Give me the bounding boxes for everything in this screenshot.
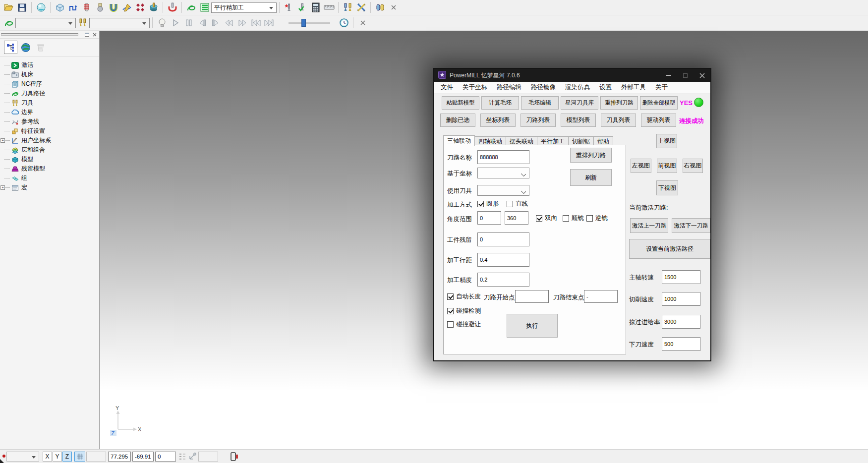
plunge-feed-input[interactable]	[662, 337, 700, 351]
coord-list-button[interactable]: 坐标列表	[480, 114, 516, 127]
rearrange-button[interactable]: 重排列刀路	[570, 148, 612, 163]
toolpath-icon[interactable]	[184, 1, 198, 14]
menu-file[interactable]: 文件	[441, 83, 453, 92]
menu-settings[interactable]: 设置	[599, 83, 612, 92]
sim-toolpath-select[interactable]	[15, 18, 76, 28]
menu-render-sim[interactable]: 渲染仿真	[565, 83, 590, 92]
expand-icon[interactable]	[0, 185, 5, 190]
close-icon[interactable]	[387, 1, 400, 14]
stock-model-icon[interactable]	[373, 1, 387, 14]
calculator-icon[interactable]	[309, 1, 322, 14]
bidirectional-checkbox[interactable]: 双向	[536, 214, 557, 223]
toolpath-list-button[interactable]: 刀路列表	[521, 114, 556, 127]
go-end-icon[interactable]	[262, 16, 276, 29]
axis-z-button[interactable]: Z	[62, 452, 72, 462]
minimize-button[interactable]	[660, 69, 677, 82]
collision-check-icon[interactable]	[166, 1, 179, 14]
clock-icon[interactable]	[337, 16, 350, 29]
climb-mill-checkbox[interactable]: 顺铣	[563, 214, 584, 223]
tree-item-levels[interactable]: 层和组合	[0, 145, 99, 155]
toolpath-list-icon[interactable]	[198, 1, 211, 14]
open-file-icon[interactable]	[2, 1, 15, 14]
collision-detect-checkbox[interactable]: 碰撞检测	[447, 307, 481, 315]
view-right-button[interactable]: 右视图	[683, 159, 703, 173]
close-button[interactable]	[694, 69, 710, 82]
pattern-icon[interactable]	[120, 1, 133, 14]
sim-tool-select[interactable]	[89, 18, 150, 28]
simulation-entry-icon[interactable]	[282, 1, 295, 14]
toolpath-leads-icon[interactable]	[66, 1, 80, 14]
grid-size-input[interactable]	[86, 452, 106, 462]
dock-close-icon[interactable]	[91, 32, 98, 38]
tree-item-macros[interactable]: 宏	[0, 183, 99, 192]
tool-icon[interactable]	[76, 16, 89, 29]
spindle-speed-input[interactable]	[662, 270, 700, 284]
axis-x-button[interactable]: X	[43, 452, 52, 462]
shaded-view-icon[interactable]	[34, 1, 48, 14]
skim-feed-input[interactable]	[662, 315, 700, 329]
view-left-button[interactable]: 左视图	[631, 159, 651, 173]
activate-next-toolpath-button[interactable]: 激活下一刀路	[672, 218, 710, 233]
angle-from-input[interactable]	[477, 211, 501, 225]
boundary-icon[interactable]	[107, 1, 120, 14]
close-icon[interactable]	[356, 16, 369, 29]
menu-path-edit[interactable]: 路径编辑	[497, 83, 521, 92]
delete-selected-button[interactable]: 删除已选	[440, 114, 475, 127]
pause-queue-icon[interactable]	[230, 452, 238, 463]
set-active-path-button[interactable]: 设置当前激活路径	[629, 239, 710, 259]
dock-float-icon[interactable]	[84, 32, 90, 38]
refresh-button[interactable]: 刷新	[570, 169, 612, 186]
path-start-input[interactable]	[515, 290, 549, 303]
view-front-button[interactable]: 前视图	[657, 159, 677, 173]
stepover-input[interactable]	[477, 253, 529, 267]
simulation-check-icon[interactable]	[295, 1, 309, 14]
collision-avoid-checkbox[interactable]: 碰撞避让	[447, 320, 481, 329]
activate-prev-toolpath-button[interactable]: 激活上一刀路	[630, 218, 668, 233]
tree-item-workplanes[interactable]: 用户坐标系	[0, 136, 99, 145]
pause-icon[interactable]	[182, 16, 195, 29]
menu-about[interactable]: 关于	[655, 83, 668, 92]
play-icon[interactable]	[169, 16, 182, 29]
recycle-tab[interactable]	[34, 41, 47, 54]
conventional-mill-checkbox[interactable]: 逆铣	[586, 214, 608, 223]
stock-remain-input[interactable]	[477, 232, 529, 246]
toolpath-icon[interactable]	[2, 16, 15, 29]
auto-length-checkbox[interactable]: 自动长度	[447, 292, 481, 301]
tree-item-models[interactable]: 模型	[0, 155, 99, 164]
coord-z-input[interactable]	[155, 452, 176, 462]
rearrange-toolpaths-button[interactable]: 重排列刀路	[600, 96, 638, 110]
method-line-checkbox[interactable]: 直线	[507, 200, 528, 208]
save-icon[interactable]	[15, 1, 29, 14]
search-forward-icon[interactable]	[235, 16, 249, 29]
menu-about-coords[interactable]: 关于坐标	[463, 83, 487, 92]
tree-item-boundaries[interactable]: 边界	[0, 108, 99, 117]
dock-grip[interactable]	[1, 33, 78, 36]
crossed-tools-icon[interactable]	[354, 1, 368, 14]
block-icon[interactable]	[53, 1, 66, 14]
coord-x-input[interactable]	[108, 452, 131, 462]
tree-item-groups[interactable]: 组	[0, 174, 99, 183]
explorer-tree-tab[interactable]	[4, 41, 17, 54]
tree-item-toolpaths[interactable]: 刀具路径	[0, 89, 99, 98]
execute-button[interactable]: 执行	[507, 314, 558, 338]
ball-tool-icon[interactable]	[93, 1, 107, 14]
maximize-button[interactable]	[677, 69, 694, 82]
tree-item-tools[interactable]: 刀具	[0, 98, 99, 108]
edit-block-button[interactable]: 毛坯编辑	[521, 96, 559, 110]
web-tab[interactable]	[19, 41, 32, 54]
view-bottom-button[interactable]: 下视图	[656, 180, 678, 195]
coord-y-input[interactable]	[132, 452, 154, 462]
tab-3axis[interactable]: 三轴联动	[443, 135, 475, 146]
expand-icon[interactable]	[0, 138, 5, 143]
base-coord-select[interactable]	[477, 168, 529, 178]
lightbulb-icon[interactable]	[155, 16, 169, 29]
aux-input[interactable]	[198, 452, 218, 462]
toolpath-name-input[interactable]	[477, 150, 529, 164]
tree-item-stock-models[interactable]: 残留模型	[0, 164, 99, 174]
menu-external-tools[interactable]: 外部工具	[621, 83, 646, 92]
nc-program-icon[interactable]	[80, 1, 93, 14]
tree-item-patterns[interactable]: 参考线	[0, 117, 99, 126]
step-forward-icon[interactable]	[209, 16, 222, 29]
compute-block-button[interactable]: 计算毛坯	[481, 96, 519, 110]
measure-icon[interactable]	[322, 1, 336, 14]
